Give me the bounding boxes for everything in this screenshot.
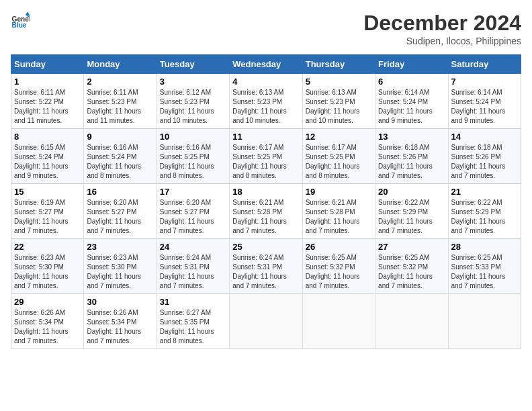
calendar-cell: 7 Sunrise: 6:14 AMSunset: 5:24 PMDayligh… — [448, 74, 521, 129]
month-year: December 2024 — [363, 11, 521, 36]
day-number: 1 — [14, 77, 81, 87]
calendar-cell: 30 Sunrise: 6:26 AMSunset: 5:34 PMDaylig… — [84, 294, 157, 349]
day-number: 30 — [87, 297, 153, 307]
calendar-cell: 10 Sunrise: 6:16 AMSunset: 5:25 PMDaylig… — [157, 129, 229, 184]
calendar-cell: 21 Sunrise: 6:22 AMSunset: 5:29 PMDaylig… — [448, 184, 521, 239]
weekday-header-thursday: Thursday — [302, 55, 375, 74]
calendar-week-1: 1 Sunrise: 6:11 AMSunset: 5:22 PMDayligh… — [11, 74, 521, 129]
day-number: 29 — [14, 297, 81, 307]
logo: General Blue — [11, 11, 30, 30]
day-number: 25 — [232, 242, 299, 252]
calendar-week-4: 22 Sunrise: 6:23 AMSunset: 5:30 PMDaylig… — [11, 239, 521, 294]
day-detail: Sunrise: 6:13 AMSunset: 5:23 PMDaylight:… — [306, 89, 360, 124]
calendar-cell: 26 Sunrise: 6:25 AMSunset: 5:32 PMDaylig… — [302, 239, 375, 294]
calendar-cell — [302, 294, 375, 349]
day-detail: Sunrise: 6:27 AMSunset: 5:35 PMDaylight:… — [160, 309, 214, 345]
day-detail: Sunrise: 6:20 AMSunset: 5:27 PMDaylight:… — [160, 199, 214, 234]
day-number: 6 — [378, 77, 445, 87]
day-number: 13 — [378, 132, 445, 142]
day-detail: Sunrise: 6:25 AMSunset: 5:33 PMDaylight:… — [451, 254, 506, 289]
day-number: 10 — [160, 132, 226, 142]
day-number: 14 — [451, 132, 518, 142]
day-number: 5 — [306, 77, 372, 87]
day-detail: Sunrise: 6:14 AMSunset: 5:24 PMDaylight:… — [378, 89, 433, 124]
day-number: 15 — [14, 187, 81, 197]
day-detail: Sunrise: 6:13 AMSunset: 5:23 PMDaylight:… — [232, 89, 287, 124]
day-number: 27 — [378, 242, 445, 252]
calendar-header-row: SundayMondayTuesdayWednesdayThursdayFrid… — [11, 55, 521, 74]
day-number: 16 — [87, 187, 153, 197]
day-detail: Sunrise: 6:14 AMSunset: 5:24 PMDaylight:… — [451, 89, 506, 124]
day-detail: Sunrise: 6:23 AMSunset: 5:30 PMDaylight:… — [14, 254, 69, 289]
calendar-cell: 3 Sunrise: 6:12 AMSunset: 5:23 PMDayligh… — [157, 74, 229, 129]
calendar-cell: 12 Sunrise: 6:17 AMSunset: 5:25 PMDaylig… — [302, 129, 375, 184]
calendar-cell: 4 Sunrise: 6:13 AMSunset: 5:23 PMDayligh… — [230, 74, 302, 129]
weekday-header-tuesday: Tuesday — [157, 55, 229, 74]
calendar-cell: 18 Sunrise: 6:21 AMSunset: 5:28 PMDaylig… — [230, 184, 302, 239]
calendar-cell: 6 Sunrise: 6:14 AMSunset: 5:24 PMDayligh… — [375, 74, 448, 129]
day-detail: Sunrise: 6:17 AMSunset: 5:25 PMDaylight:… — [232, 144, 287, 179]
day-detail: Sunrise: 6:22 AMSunset: 5:29 PMDaylight:… — [451, 199, 506, 234]
calendar-cell — [448, 294, 521, 349]
svg-text:Blue: Blue — [12, 21, 27, 29]
day-number: 9 — [87, 132, 153, 142]
day-number: 26 — [306, 242, 372, 252]
calendar-table: SundayMondayTuesdayWednesdayThursdayFrid… — [11, 54, 521, 349]
day-detail: Sunrise: 6:15 AMSunset: 5:24 PMDaylight:… — [14, 144, 69, 179]
day-detail: Sunrise: 6:21 AMSunset: 5:28 PMDaylight:… — [306, 199, 360, 234]
day-detail: Sunrise: 6:18 AMSunset: 5:26 PMDaylight:… — [451, 144, 506, 179]
day-detail: Sunrise: 6:23 AMSunset: 5:30 PMDaylight:… — [87, 254, 141, 289]
calendar-cell: 17 Sunrise: 6:20 AMSunset: 5:27 PMDaylig… — [157, 184, 229, 239]
day-number: 21 — [451, 187, 518, 197]
weekday-header-friday: Friday — [375, 55, 448, 74]
day-number: 23 — [87, 242, 153, 252]
calendar-cell: 16 Sunrise: 6:20 AMSunset: 5:27 PMDaylig… — [84, 184, 157, 239]
calendar-cell: 25 Sunrise: 6:24 AMSunset: 5:31 PMDaylig… — [230, 239, 302, 294]
location: Sudipen, Ilocos, Philippines — [363, 36, 521, 46]
page-header: General Blue December 2024 Sudipen, Iloc… — [11, 11, 521, 46]
day-detail: Sunrise: 6:16 AMSunset: 5:24 PMDaylight:… — [87, 144, 141, 179]
day-detail: Sunrise: 6:19 AMSunset: 5:27 PMDaylight:… — [14, 199, 69, 234]
day-number: 20 — [378, 187, 445, 197]
day-number: 7 — [451, 77, 518, 87]
calendar-cell: 9 Sunrise: 6:16 AMSunset: 5:24 PMDayligh… — [84, 129, 157, 184]
day-number: 18 — [232, 187, 299, 197]
day-detail: Sunrise: 6:18 AMSunset: 5:26 PMDaylight:… — [378, 144, 433, 179]
calendar-cell: 24 Sunrise: 6:24 AMSunset: 5:31 PMDaylig… — [157, 239, 229, 294]
day-detail: Sunrise: 6:11 AMSunset: 5:22 PMDaylight:… — [14, 89, 69, 124]
calendar-cell: 31 Sunrise: 6:27 AMSunset: 5:35 PMDaylig… — [157, 294, 229, 349]
calendar-cell: 14 Sunrise: 6:18 AMSunset: 5:26 PMDaylig… — [448, 129, 521, 184]
calendar-week-2: 8 Sunrise: 6:15 AMSunset: 5:24 PMDayligh… — [11, 129, 521, 184]
day-detail: Sunrise: 6:22 AMSunset: 5:29 PMDaylight:… — [378, 199, 433, 234]
weekday-header-monday: Monday — [84, 55, 157, 74]
calendar-week-5: 29 Sunrise: 6:26 AMSunset: 5:34 PMDaylig… — [11, 294, 521, 349]
day-detail: Sunrise: 6:17 AMSunset: 5:25 PMDaylight:… — [306, 144, 360, 179]
day-detail: Sunrise: 6:26 AMSunset: 5:34 PMDaylight:… — [87, 309, 141, 345]
day-detail: Sunrise: 6:16 AMSunset: 5:25 PMDaylight:… — [160, 144, 214, 179]
day-detail: Sunrise: 6:12 AMSunset: 5:23 PMDaylight:… — [160, 89, 214, 124]
day-detail: Sunrise: 6:21 AMSunset: 5:28 PMDaylight:… — [232, 199, 287, 234]
title-block: December 2024 Sudipen, Ilocos, Philippin… — [363, 11, 521, 46]
calendar-cell — [375, 294, 448, 349]
day-number: 31 — [160, 297, 226, 307]
calendar-cell: 1 Sunrise: 6:11 AMSunset: 5:22 PMDayligh… — [11, 74, 84, 129]
calendar-cell: 5 Sunrise: 6:13 AMSunset: 5:23 PMDayligh… — [302, 74, 375, 129]
svg-marker-2 — [26, 12, 30, 15]
day-detail: Sunrise: 6:24 AMSunset: 5:31 PMDaylight:… — [160, 254, 214, 289]
day-detail: Sunrise: 6:24 AMSunset: 5:31 PMDaylight:… — [232, 254, 287, 289]
day-detail: Sunrise: 6:26 AMSunset: 5:34 PMDaylight:… — [14, 309, 69, 345]
weekday-header-sunday: Sunday — [11, 55, 84, 74]
day-detail: Sunrise: 6:20 AMSunset: 5:27 PMDaylight:… — [87, 199, 141, 234]
calendar-cell: 29 Sunrise: 6:26 AMSunset: 5:34 PMDaylig… — [11, 294, 84, 349]
calendar-cell: 11 Sunrise: 6:17 AMSunset: 5:25 PMDaylig… — [230, 129, 302, 184]
calendar-cell: 20 Sunrise: 6:22 AMSunset: 5:29 PMDaylig… — [375, 184, 448, 239]
logo-icon: General Blue — [11, 11, 30, 30]
day-number: 12 — [306, 132, 372, 142]
day-number: 19 — [306, 187, 372, 197]
day-number: 22 — [14, 242, 81, 252]
weekday-header-wednesday: Wednesday — [230, 55, 302, 74]
day-number: 17 — [160, 187, 226, 197]
calendar-cell: 15 Sunrise: 6:19 AMSunset: 5:27 PMDaylig… — [11, 184, 84, 239]
calendar-week-3: 15 Sunrise: 6:19 AMSunset: 5:27 PMDaylig… — [11, 184, 521, 239]
day-number: 28 — [451, 242, 518, 252]
